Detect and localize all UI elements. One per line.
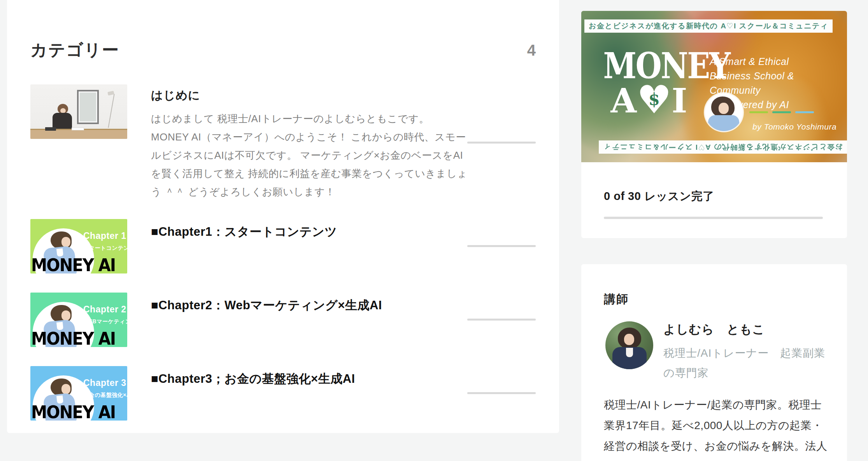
chapter2-thumbnail[interactable]: Chapter 2 WEBマーケティング×AI MONEY AI xyxy=(30,293,127,347)
category-row-chapter3[interactable]: Chapter 3 お金の基盤強化×AI MONEY AI ■Chapter3；… xyxy=(30,366,536,421)
banner-subtitle-line: Business School & Community xyxy=(710,69,847,98)
instructor-photo-circle xyxy=(705,93,743,131)
person-face-shape xyxy=(624,334,634,345)
lessons-progress-text: 0 of 30 レッスン完了 xyxy=(604,189,824,204)
instructor-name: よしむら ともこ xyxy=(663,321,829,338)
money-ai-brand-text: MONEY AI xyxy=(31,255,115,273)
banner-dashes xyxy=(749,111,814,113)
category-progress-bar xyxy=(467,392,536,394)
category-progress-bar xyxy=(467,142,536,144)
chapter3-text-block: ■Chapter3；お金の基盤強化×生成AI xyxy=(151,366,355,421)
money-ai-logo: MONEY A ♥ $ I xyxy=(594,48,703,117)
person-shirt-shape xyxy=(626,348,633,357)
chapter-thumb-sublabel: スタートコンテンツ xyxy=(83,245,127,252)
banner-subtitle-line: A Smart & Ethical xyxy=(710,54,847,69)
intro-thumbnail[interactable] xyxy=(30,84,127,139)
floor-lamp-pole-shape xyxy=(108,94,114,128)
categories-header: カテゴリー 4 xyxy=(7,0,559,61)
chapter-thumb-sublabel: お金の基盤強化×AI xyxy=(83,392,127,399)
intro-text-block: はじめに はじめまして 税理士/AIトレーナーのよしむらともこです。 MONEY… xyxy=(151,84,468,201)
logo-letter-i: I xyxy=(672,84,687,117)
person-face-shape xyxy=(61,237,70,247)
categories-title: カテゴリー xyxy=(30,39,119,61)
chapter2-title[interactable]: ■Chapter2：Webマーケティング×生成AI xyxy=(151,297,382,314)
intro-title[interactable]: はじめに xyxy=(151,88,468,103)
instructor-card: 講師 よしむら ともこ 税理士/AIトレーナー 起業副業の専門家 税理士/AIト… xyxy=(581,264,847,461)
dash-green xyxy=(749,111,768,113)
banner-tagline-mirrored: お金とビジネスが進化する新時代の A♡I スクール＆コミュニティ xyxy=(599,140,847,154)
logo-ai-row: A ♥ $ I xyxy=(594,84,703,117)
money-ai-brand-text: MONEY AI xyxy=(31,328,115,347)
course-banner-image: お金とビジネスが進化する新時代の A♡I スクール＆コミュニティ MONEY A… xyxy=(581,11,847,162)
progress-section: 0 of 30 レッスン完了 xyxy=(581,162,847,219)
category-row-chapter1[interactable]: Chapter 1 スタートコンテンツ MONEY AI ■Chapter1：ス… xyxy=(30,219,536,273)
category-row-intro[interactable]: はじめに はじめまして 税理士/AIトレーナーのよしむらともこです。 MONEY… xyxy=(30,84,536,201)
logo-letter-a: A xyxy=(611,84,637,117)
heart-dollar-icon: ♥ $ xyxy=(637,84,671,117)
instructor-heading: 講師 xyxy=(581,264,847,307)
chapter-thumb-label: Chapter 1 xyxy=(83,231,126,241)
category-row-chapter2[interactable]: Chapter 2 WEBマーケティング×AI MONEY AI ■Chapte… xyxy=(30,293,536,347)
notes-shape xyxy=(72,128,84,130)
categories-card: カテゴリー 4 はじめに はじめまして 税理士/AIトレーナーのよしむらともこで… xyxy=(7,0,559,433)
banner-byline: by Tomoko Yoshimura xyxy=(752,122,836,131)
instructor-info: よしむら ともこ 税理士/AIトレーナー 起業副業の専門家 xyxy=(663,321,829,383)
course-progress-card: お金とビジネスが進化する新時代の A♡I スクール＆コミュニティ MONEY A… xyxy=(581,11,847,238)
instructor-profile-row: よしむら ともこ 税理士/AIトレーナー 起業副業の専門家 xyxy=(581,307,847,383)
dollar-sign: $ xyxy=(649,83,660,116)
chapter-thumb-label: Chapter 3 xyxy=(83,378,126,388)
chapter1-text-block: ■Chapter1：スタートコンテンツ xyxy=(151,219,337,273)
categories-count-badge: 4 xyxy=(527,42,536,59)
instructor-title: 税理士/AIトレーナー 起業副業の専門家 xyxy=(663,343,829,383)
chapter2-text-block: ■Chapter2：Webマーケティング×生成AI xyxy=(151,293,382,347)
category-progress-bar xyxy=(467,319,536,321)
chapter1-title[interactable]: ■Chapter1：スタートコンテンツ xyxy=(151,224,337,240)
dash-teal xyxy=(772,111,791,113)
instructor-bio: 税理士/AIトレーナー/起業の専門家。税理士業界17年目。延べ2,000人以上の… xyxy=(604,394,828,461)
laptop-shape xyxy=(45,127,56,131)
chapter3-thumbnail[interactable]: Chapter 3 お金の基盤強化×AI MONEY AI xyxy=(30,366,127,421)
person-face-shape xyxy=(61,384,70,394)
chapter3-title[interactable]: ■Chapter3；お金の基盤強化×生成AI xyxy=(151,371,355,387)
banner-tagline: お金とビジネスが進化する新時代の A♡I スクール＆コミュニティ xyxy=(584,19,833,33)
person-face-shape xyxy=(719,103,729,114)
instructor-avatar xyxy=(605,321,653,369)
wall-frame-shape xyxy=(77,90,99,124)
person-face-shape xyxy=(61,310,70,321)
lessons-progress-track xyxy=(604,217,823,219)
intro-description: はじめまして 税理士/AIトレーナーのよしむらともこです。 MONEY AI（マ… xyxy=(151,110,468,201)
dash-blue xyxy=(795,111,814,113)
money-ai-brand-text: MONEY AI xyxy=(31,402,115,421)
chapter1-thumbnail[interactable]: Chapter 1 スタートコンテンツ MONEY AI xyxy=(30,219,127,273)
category-progress-bar xyxy=(467,245,536,247)
chapter-thumb-sublabel: WEBマーケティング×AI xyxy=(83,318,127,325)
chapter-thumb-label: Chapter 2 xyxy=(83,304,126,315)
